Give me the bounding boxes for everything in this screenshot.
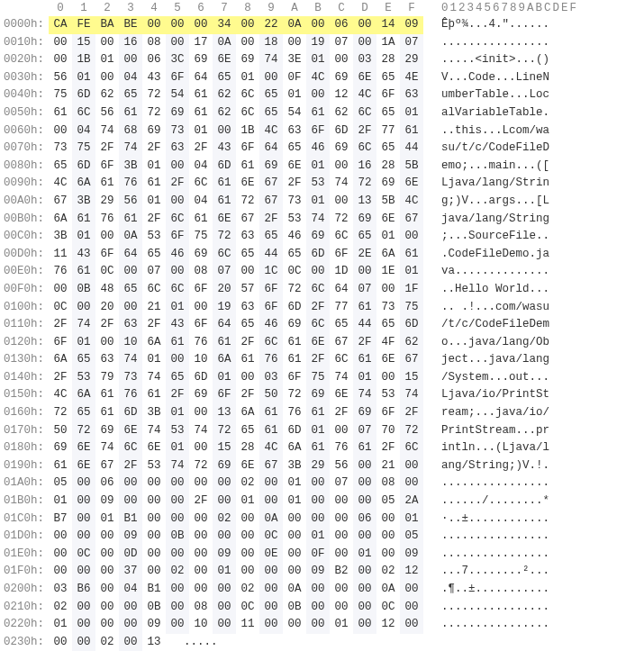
ascii-dump[interactable]: java/lang/String	[438, 211, 549, 229]
hex-byte[interactable]: 00	[330, 581, 353, 599]
hex-byte[interactable]: 00	[189, 299, 213, 317]
hex-byte[interactable]: 73	[119, 369, 142, 387]
hex-byte[interactable]: 00	[72, 563, 95, 581]
hex-byte[interactable]: 00	[72, 599, 95, 617]
hex-byte[interactable]: 6F	[376, 404, 400, 422]
hex-byte[interactable]: 4C	[259, 122, 283, 140]
hex-byte[interactable]: 0D	[119, 546, 142, 564]
hex-byte[interactable]: 28	[236, 439, 259, 457]
hex-byte[interactable]: 10	[189, 616, 213, 634]
ascii-dump[interactable]: ..Hello World...	[438, 281, 549, 299]
hex-byte[interactable]: 4F	[376, 334, 400, 352]
hex-byte[interactable]: 0C	[376, 599, 400, 617]
hex-byte[interactable]: 6F	[376, 86, 400, 104]
hex-byte[interactable]: 61	[213, 334, 236, 352]
hex-byte[interactable]: 65	[330, 316, 353, 334]
hex-byte[interactable]: 6F	[189, 281, 213, 299]
hex-byte[interactable]: 6C	[72, 104, 95, 122]
hex-byte[interactable]: 12	[330, 86, 353, 104]
hex-byte[interactable]: 69	[259, 158, 283, 176]
ascii-dump[interactable]: Ljava/io/PrintSt	[438, 386, 549, 404]
hex-byte[interactable]: 00	[353, 475, 376, 493]
hex-byte[interactable]: 00	[376, 369, 400, 387]
hex-byte[interactable]: 73	[49, 140, 72, 158]
hex-byte[interactable]: 6E	[306, 334, 330, 352]
hex-byte[interactable]: 61	[142, 386, 166, 404]
hex-byte[interactable]: 65	[49, 158, 72, 176]
hex-byte[interactable]: 6C	[142, 281, 166, 299]
hex-byte[interactable]: 46	[283, 228, 306, 246]
ascii-dump[interactable]: ream;...java/io/	[438, 404, 549, 422]
hex-byte[interactable]: 01	[306, 422, 330, 440]
hex-byte[interactable]: B1	[119, 511, 142, 529]
ascii-dump[interactable]: ject...java/lang	[438, 351, 549, 369]
hex-byte[interactable]: 00	[259, 616, 283, 634]
hex-byte[interactable]: 00	[166, 511, 189, 529]
hex-byte[interactable]: 00	[213, 528, 236, 546]
hex-byte[interactable]: 6E	[330, 386, 353, 404]
ascii-dump[interactable]: umberTable...Loc	[438, 86, 549, 104]
hex-byte[interactable]: 16	[353, 158, 376, 176]
hex-byte[interactable]: 01	[95, 51, 119, 69]
hex-byte[interactable]: 72	[400, 422, 423, 440]
hex-byte[interactable]: 00	[189, 16, 213, 34]
hex-byte[interactable]: 14	[376, 16, 400, 34]
hex-byte[interactable]: 61	[259, 404, 283, 422]
hex-byte[interactable]: 50	[259, 386, 283, 404]
hex-byte[interactable]: 69	[49, 439, 72, 457]
hex-byte[interactable]: 29	[400, 51, 423, 69]
hex-byte[interactable]: 6C	[330, 228, 353, 246]
hex-byte[interactable]: 00	[400, 581, 423, 599]
hex-byte[interactable]: 01	[95, 511, 119, 529]
hex-byte[interactable]: 6E	[376, 351, 400, 369]
hex-byte[interactable]: 74	[259, 51, 283, 69]
hex-byte[interactable]: 00	[213, 599, 236, 617]
ascii-dump[interactable]: Êþº¾...4."......	[438, 16, 549, 34]
hex-byte[interactable]: 6C	[306, 281, 330, 299]
hex-byte[interactable]: 2F	[259, 211, 283, 229]
hex-byte[interactable]: 76	[95, 211, 119, 229]
hex-byte[interactable]: 6F	[166, 69, 189, 87]
hex-byte[interactable]: 61	[353, 351, 376, 369]
hex-byte[interactable]: 6A	[236, 404, 259, 422]
hex-byte[interactable]: 08	[189, 263, 213, 281]
hex-byte[interactable]: 00	[306, 616, 330, 634]
hex-byte[interactable]: 0A	[259, 511, 283, 529]
hex-byte[interactable]: 74	[95, 122, 119, 140]
hex-byte[interactable]: 69	[330, 69, 353, 87]
hex-byte[interactable]: 00	[353, 457, 376, 475]
hex-byte[interactable]: 1B	[236, 122, 259, 140]
hex-byte[interactable]: 00	[400, 599, 423, 617]
hex-byte[interactable]: 01	[306, 51, 330, 69]
hex-byte[interactable]: 61	[306, 404, 330, 422]
hex-byte[interactable]: 65	[376, 140, 400, 158]
hex-byte[interactable]: 00	[166, 158, 189, 176]
hex-byte[interactable]: 74	[119, 351, 142, 369]
hex-byte[interactable]: 00	[142, 475, 166, 493]
hex-byte[interactable]: 43	[72, 246, 95, 264]
hex-byte[interactable]: 61	[49, 104, 72, 122]
hex-byte[interactable]: 00	[213, 493, 236, 511]
hex-byte[interactable]: 08	[189, 599, 213, 617]
hex-byte[interactable]: 65	[236, 422, 259, 440]
hex-byte[interactable]: 00	[353, 493, 376, 511]
hex-byte[interactable]: 10	[119, 334, 142, 352]
hex-byte[interactable]: 6C	[353, 104, 376, 122]
hex-byte[interactable]: 65	[166, 369, 189, 387]
hex-byte[interactable]: 61	[95, 404, 119, 422]
hex-byte[interactable]: 00	[306, 511, 330, 529]
hex-byte[interactable]: 69	[306, 228, 330, 246]
hex-byte[interactable]: 16	[119, 34, 142, 52]
hex-byte[interactable]: 03	[353, 51, 376, 69]
hex-byte[interactable]: 0B	[142, 599, 166, 617]
hex-byte[interactable]: 2F	[142, 316, 166, 334]
hex-byte[interactable]: 6C	[236, 104, 259, 122]
hex-byte[interactable]: 00	[259, 475, 283, 493]
hex-byte[interactable]: 6D	[283, 299, 306, 317]
hex-byte[interactable]: 00	[142, 528, 166, 546]
hex-byte[interactable]: 00	[236, 563, 259, 581]
ascii-dump[interactable]: .....<init>...()	[438, 51, 549, 69]
hex-byte[interactable]: 00	[353, 16, 376, 34]
hex-byte[interactable]: 6A	[142, 334, 166, 352]
hex-byte[interactable]: 00	[213, 475, 236, 493]
